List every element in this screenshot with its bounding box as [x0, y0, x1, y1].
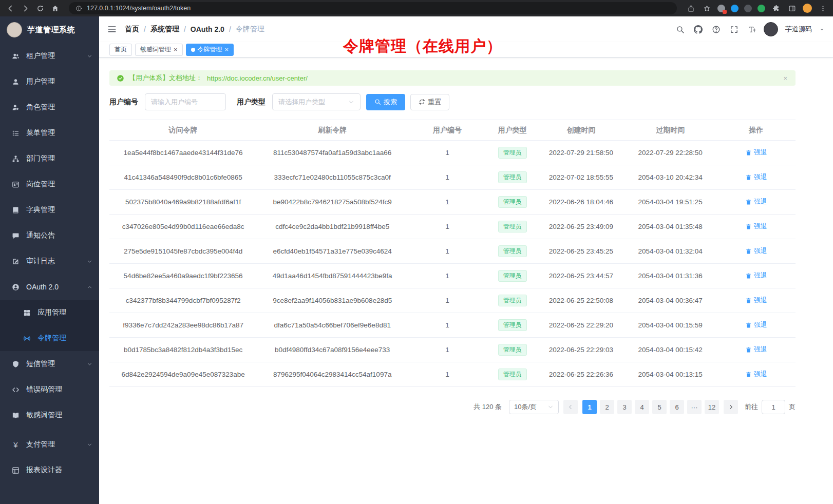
- force-logout-button[interactable]: 强退: [745, 370, 767, 379]
- bookmark-star-icon[interactable]: [702, 5, 712, 12]
- search-icon: [374, 99, 381, 105]
- sidebar-item-notice[interactable]: 通知公告: [0, 223, 99, 248]
- refresh-token-cell: cdfc4ce9c2da4bb1bdf21b9918ff4be5: [257, 215, 408, 239]
- expire-time-cell: 2054-03-04 19:51:25: [624, 190, 716, 215]
- hamburger-icon[interactable]: [107, 25, 117, 34]
- sidebar-item-user[interactable]: 用户管理: [0, 69, 99, 94]
- force-logout-button[interactable]: 强退: [745, 148, 767, 157]
- user-type-cell: 管理员: [487, 141, 538, 165]
- user-type-badge: 管理员: [498, 295, 527, 306]
- tab-token[interactable]: 令牌管理 ×: [186, 44, 234, 56]
- user-name[interactable]: 芋道源码: [785, 25, 812, 34]
- search-icon[interactable]: [676, 25, 685, 34]
- force-logout-button[interactable]: 强退: [745, 172, 767, 182]
- page-button-6[interactable]: 6: [670, 400, 684, 414]
- alert-doc-link[interactable]: https://doc.iocoder.cn/user-center/: [207, 74, 308, 82]
- site-info-icon[interactable]: [75, 5, 83, 12]
- action-cell: 强退: [716, 141, 796, 165]
- sidebar-item-sms[interactable]: 短信管理: [0, 351, 99, 377]
- page-button-5[interactable]: 5: [652, 400, 667, 414]
- fullscreen-icon[interactable]: [730, 25, 739, 34]
- alert-close-icon[interactable]: ×: [783, 74, 787, 82]
- tab-sensitive-word[interactable]: 敏感词管理 ×: [135, 44, 183, 56]
- sidebar-item-dept[interactable]: 部门管理: [0, 146, 99, 171]
- sidebar-item-audit-log[interactable]: 审计日志: [0, 248, 99, 274]
- goto-page-input[interactable]: [762, 400, 785, 414]
- create-time-cell: 2022-06-25 22:29:03: [538, 338, 624, 362]
- force-logout-button[interactable]: 强退: [745, 246, 767, 256]
- user-type-select[interactable]: 请选择用户类型: [272, 93, 361, 110]
- browser-reload-icon[interactable]: [35, 5, 45, 12]
- more-pages-button[interactable]: ···: [687, 400, 702, 414]
- browser-home-icon[interactable]: [50, 5, 60, 12]
- user-avatar[interactable]: [764, 22, 778, 36]
- force-logout-button[interactable]: 强退: [745, 271, 767, 280]
- font-size-icon[interactable]: [748, 25, 756, 34]
- reset-button[interactable]: 重置: [410, 94, 449, 110]
- tab-close-icon[interactable]: ×: [225, 46, 229, 53]
- refresh-token-cell: 811c530487574fa0af1a59d3abc1aa66: [257, 141, 408, 165]
- browser-back-icon[interactable]: [5, 5, 15, 12]
- extension-icon-4[interactable]: [758, 5, 765, 12]
- sidebar-item-error-code[interactable]: 错误码管理: [0, 377, 99, 402]
- breadcrumb-item[interactable]: 系统管理: [150, 25, 179, 34]
- app-logo[interactable]: 芋道管理系统: [0, 16, 99, 43]
- share-icon[interactable]: [686, 5, 696, 12]
- sidebar-item-oauth2[interactable]: OAuth 2.0: [0, 274, 99, 300]
- extensions-puzzle-icon[interactable]: [771, 5, 781, 12]
- search-button[interactable]: 搜索: [366, 94, 405, 110]
- browser-forward-icon[interactable]: [20, 5, 30, 12]
- info-alert: 【用户体系】文档地址： https://doc.iocoder.cn/user-…: [109, 70, 796, 86]
- page-button-3[interactable]: 3: [617, 400, 632, 414]
- browser-menu-icon[interactable]: [818, 5, 828, 12]
- filter-form: 用户编号 用户类型 请选择用户类型 搜索 重置: [109, 93, 796, 110]
- page-button-12[interactable]: 12: [705, 400, 719, 414]
- tab-close-icon[interactable]: ×: [174, 46, 178, 53]
- user-type-cell: 管理员: [487, 338, 538, 362]
- help-icon[interactable]: [712, 25, 721, 34]
- breadcrumb-item[interactable]: 首页: [125, 25, 139, 34]
- sidebar-item-oauth2-app[interactable]: 应用管理: [0, 300, 99, 325]
- action-cell: 强退: [716, 190, 796, 215]
- force-logout-button[interactable]: 强退: [745, 197, 767, 206]
- access-token-cell: 6d842e2924594de9a09e45e087323abe: [109, 362, 257, 387]
- sidebar-item-pay[interactable]: ¥ 支付管理: [0, 432, 99, 457]
- user-id-input[interactable]: [145, 93, 226, 110]
- browser-profile-avatar[interactable]: [803, 4, 812, 13]
- column-header: 访问令牌: [109, 120, 257, 141]
- extension-icon-1[interactable]: [717, 5, 725, 12]
- side-panel-icon[interactable]: [787, 5, 797, 12]
- breadcrumb-item[interactable]: OAuth 2.0: [191, 25, 224, 33]
- force-logout-button[interactable]: 强退: [745, 345, 767, 354]
- address-bar[interactable]: 127.0.0.1:1024/system/oauth2/token: [69, 2, 677, 14]
- prev-page-button[interactable]: [563, 400, 578, 414]
- github-icon[interactable]: [694, 25, 703, 34]
- sidebar-item-role[interactable]: 角色管理: [0, 94, 99, 120]
- logo-avatar: [7, 22, 22, 37]
- delete-icon: [745, 174, 752, 181]
- sidebar-item-tenant[interactable]: 租户管理: [0, 43, 99, 69]
- access-token-cell: 41c41346a548490f9dc8b01c6bfe0865: [109, 165, 257, 190]
- sidebar-item-dict[interactable]: 字典管理: [0, 197, 99, 223]
- caret-down-icon[interactable]: [819, 27, 825, 32]
- next-page-button[interactable]: [724, 400, 738, 414]
- create-time-cell: 2022-06-25 23:45:25: [538, 239, 624, 264]
- sidebar-item-oauth2-token[interactable]: 令牌管理: [0, 325, 99, 351]
- delete-icon: [745, 297, 752, 304]
- page-button-2[interactable]: 2: [600, 400, 614, 414]
- extension-icon-3[interactable]: [744, 5, 752, 12]
- sidebar-item-report[interactable]: 报表设计器: [0, 457, 99, 483]
- force-logout-button[interactable]: 强退: [745, 222, 767, 231]
- action-cell: 强退: [716, 165, 796, 190]
- extension-icon-2[interactable]: [731, 5, 739, 12]
- page-size-select[interactable]: 10条/页: [509, 400, 559, 414]
- force-logout-button[interactable]: 强退: [745, 296, 767, 305]
- page-button-4[interactable]: 4: [635, 400, 649, 414]
- sidebar-item-sensitive-word[interactable]: 敏感词管理: [0, 402, 99, 428]
- sensitive-icon: [11, 412, 20, 419]
- sidebar-item-menu[interactable]: 菜单管理: [0, 120, 99, 146]
- sidebar-item-post[interactable]: 岗位管理: [0, 171, 99, 197]
- force-logout-button[interactable]: 强退: [745, 320, 767, 329]
- page-button-1[interactable]: 1: [582, 400, 597, 414]
- tab-home[interactable]: 首页: [109, 44, 132, 56]
